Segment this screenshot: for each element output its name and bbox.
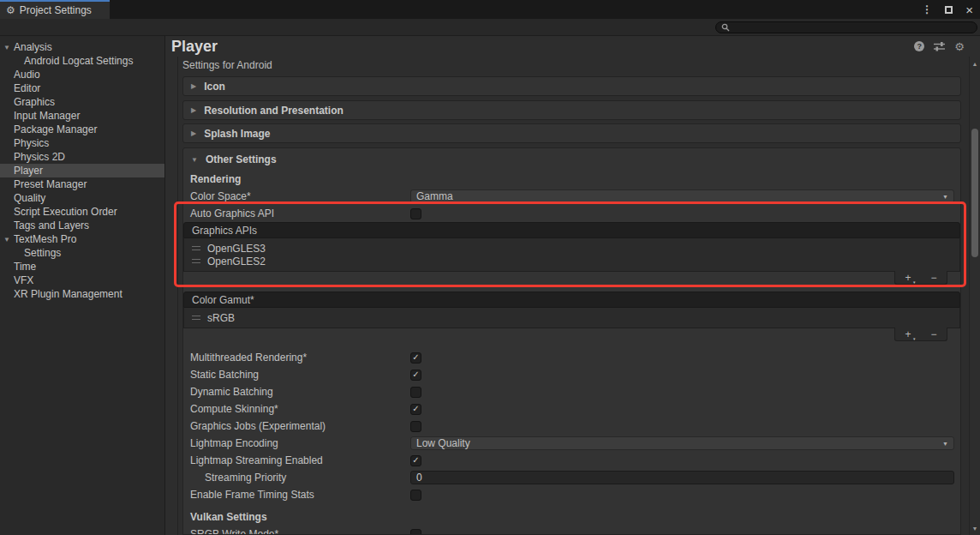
- scroll-down-icon[interactable]: ▼: [970, 526, 980, 532]
- dropdown-value: Low Quality: [416, 437, 470, 449]
- streaming-priority-row: Streaming Priority 0: [183, 469, 960, 486]
- sidebar-item-quality[interactable]: Quality: [0, 191, 164, 205]
- maximize-icon[interactable]: [945, 6, 953, 14]
- list-item-label: sRGB: [207, 312, 235, 324]
- sidebar-item-editor[interactable]: Editor: [0, 81, 164, 95]
- settings-sidebar: ▼ Analysis Android Logcat Settings Audio…: [0, 36, 165, 535]
- sidebar-item-analysis[interactable]: ▼ Analysis: [0, 40, 164, 54]
- static-batching-checkbox[interactable]: ✓: [410, 370, 421, 381]
- sidebar-item-input-manager[interactable]: Input Manager: [0, 109, 164, 123]
- chevron-down-icon[interactable]: ▼: [2, 40, 12, 54]
- chevron-right-icon: ▶: [191, 106, 196, 114]
- color-gamut-list: sRGB: [183, 308, 960, 328]
- sidebar-item-label: Quality: [14, 192, 45, 204]
- scrollbar-thumb[interactable]: [971, 129, 978, 257]
- color-space-label: Color Space*: [190, 190, 410, 202]
- gear-icon[interactable]: ⚙: [954, 41, 965, 52]
- rendering-group-label: Rendering: [183, 171, 960, 188]
- add-item-button[interactable]: +▾: [905, 329, 911, 340]
- list-item[interactable]: OpenGLES2: [184, 255, 959, 268]
- sidebar-item-label: Tags and Layers: [14, 219, 89, 231]
- sidebar-item-preset-manager[interactable]: Preset Manager: [0, 177, 164, 191]
- toolbar: [0, 19, 980, 36]
- sidebar-item-player[interactable]: Player: [0, 164, 164, 177]
- multithreaded-rendering-checkbox[interactable]: ✓: [410, 352, 421, 364]
- preset-sliders-icon[interactable]: [934, 41, 945, 51]
- lightmap-streaming-label: Lightmap Streaming Enabled: [190, 454, 410, 466]
- chevron-right-icon: ▶: [191, 129, 196, 137]
- vertical-scrollbar[interactable]: ▲ ▼: [969, 57, 980, 535]
- window-controls: ⋮ ×: [922, 0, 973, 19]
- remove-item-button[interactable]: −: [930, 329, 936, 340]
- srgb-write-mode-checkbox[interactable]: [410, 529, 421, 535]
- static-batching-row: Static Batching ✓: [183, 366, 960, 383]
- sidebar-item-script-execution-order[interactable]: Script Execution Order: [0, 205, 164, 219]
- section-icon[interactable]: ▶ Icon: [182, 76, 961, 96]
- group-border-line: [177, 57, 178, 535]
- list-item-label: OpenGLES2: [207, 255, 266, 268]
- graphics-apis-list-header[interactable]: Graphics APIs: [183, 222, 960, 238]
- chevron-down-icon[interactable]: ▼: [2, 232, 12, 246]
- chevron-down-icon: ▼: [942, 441, 948, 447]
- compute-skinning-checkbox[interactable]: ✓: [410, 404, 421, 415]
- sidebar-item-vfx[interactable]: VFX: [0, 274, 164, 287]
- add-item-button[interactable]: +▾: [905, 273, 911, 283]
- field-value: 0: [416, 472, 422, 484]
- multithreaded-rendering-label: Multithreaded Rendering*: [190, 352, 410, 364]
- sidebar-item-physics-2d[interactable]: Physics 2D: [0, 150, 164, 164]
- dynamic-batching-checkbox[interactable]: [410, 387, 421, 398]
- scroll-up-icon[interactable]: ▲: [970, 61, 980, 67]
- page-title: Player: [171, 38, 218, 56]
- sidebar-item-label: Package Manager: [14, 123, 97, 135]
- graphics-jobs-checkbox[interactable]: [410, 421, 421, 432]
- dropdown-value: Gamma: [416, 190, 453, 202]
- sidebar-item-physics[interactable]: Physics: [0, 136, 164, 150]
- frame-timing-checkbox[interactable]: [410, 490, 421, 501]
- sidebar-item-audio[interactable]: Audio: [0, 68, 164, 81]
- sidebar-item-textmesh-pro[interactable]: ▼ TextMesh Pro: [0, 232, 164, 246]
- color-space-dropdown[interactable]: Gamma ▼: [410, 189, 954, 203]
- sidebar-item-xr-plugin-management[interactable]: XR Plugin Management: [0, 287, 164, 301]
- compute-skinning-row: Compute Skinning* ✓: [183, 400, 960, 418]
- list-item[interactable]: sRGB: [184, 311, 959, 324]
- lightmap-streaming-row: Lightmap Streaming Enabled ✓: [183, 452, 960, 469]
- streaming-priority-field[interactable]: 0: [410, 471, 954, 484]
- other-settings-header[interactable]: ▼ Other Settings: [183, 148, 960, 171]
- search-input[interactable]: [733, 22, 971, 33]
- search-box[interactable]: [715, 21, 977, 33]
- list-item[interactable]: OpenGLES3: [184, 242, 959, 255]
- sidebar-item-label: Android Logcat Settings: [24, 55, 133, 67]
- remove-item-button[interactable]: −: [930, 273, 936, 283]
- auto-graphics-api-checkbox[interactable]: [410, 208, 421, 219]
- sidebar-item-android-logcat-settings[interactable]: Android Logcat Settings: [0, 54, 164, 68]
- section-other-settings: ▼ Other Settings Rendering Color Space* …: [182, 147, 961, 535]
- section-splash-image[interactable]: ▶ Splash Image: [182, 123, 961, 143]
- color-gamut-list-footer: +▾ −: [183, 328, 960, 343]
- title-bar: ⚙ Project Settings ⋮ ×: [0, 0, 980, 19]
- color-gamut-list-header[interactable]: Color Gamut*: [183, 292, 960, 308]
- drag-handle-icon[interactable]: [192, 259, 200, 263]
- lightmap-encoding-label: Lightmap Encoding: [190, 437, 410, 449]
- sidebar-item-graphics[interactable]: Graphics: [0, 95, 164, 109]
- drag-handle-icon[interactable]: [192, 246, 200, 250]
- player-settings-pane: Player ? ⚙ ▲ ▼ Settings for Android: [165, 36, 980, 535]
- vulkan-settings-group-label: Vulkan Settings: [183, 508, 960, 526]
- frame-timing-row: Enable Frame Timing Stats: [183, 486, 960, 503]
- help-icon[interactable]: ?: [914, 41, 924, 51]
- sidebar-item-tags-and-layers[interactable]: Tags and Layers: [0, 219, 164, 232]
- lightmap-encoding-dropdown[interactable]: Low Quality ▼: [410, 436, 954, 450]
- project-settings-window: ⚙ Project Settings ⋮ × ▼ Analysis Androi…: [0, 0, 980, 535]
- srgb-write-mode-row: SRGB Write Mode*: [183, 526, 960, 535]
- menu-icon[interactable]: ⋮: [922, 3, 932, 15]
- close-icon[interactable]: ×: [965, 3, 973, 16]
- srgb-write-mode-label: SRGB Write Mode*: [190, 528, 410, 535]
- tab-project-settings[interactable]: ⚙ Project Settings: [0, 0, 110, 19]
- sidebar-item-label: VFX: [14, 274, 33, 286]
- sidebar-item-package-manager[interactable]: Package Manager: [0, 123, 164, 136]
- sidebar-item-time[interactable]: Time: [0, 260, 164, 274]
- drag-handle-icon[interactable]: [192, 316, 200, 320]
- sidebar-item-label: Graphics: [14, 96, 55, 108]
- sidebar-item-textmesh-settings[interactable]: Settings: [0, 246, 164, 260]
- section-resolution-and-presentation[interactable]: ▶ Resolution and Presentation: [182, 100, 961, 120]
- lightmap-streaming-checkbox[interactable]: ✓: [410, 455, 421, 466]
